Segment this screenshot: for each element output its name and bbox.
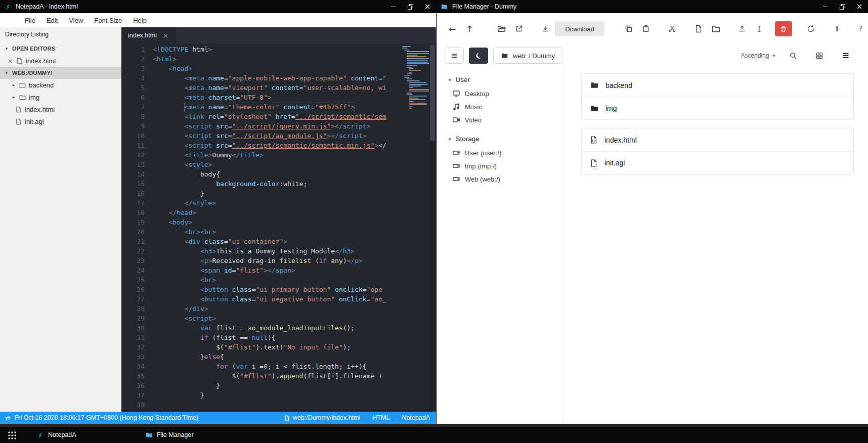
code-line[interactable]: 26 <button class="ui primary button" onc… bbox=[121, 285, 436, 294]
up-button[interactable]: ↑ bbox=[462, 21, 477, 37]
code-line[interactable]: 36 } bbox=[121, 381, 436, 390]
info-button[interactable]: i bbox=[829, 21, 844, 37]
code-line[interactable]: 31 if (flist == null){ bbox=[121, 333, 436, 342]
code-line[interactable]: 19 <body> bbox=[121, 217, 436, 227]
code-line[interactable]: 37 } bbox=[121, 390, 436, 400]
code-line[interactable]: 15 background-color:white; bbox=[121, 179, 436, 189]
tree-item-init-agi[interactable]: init.agi bbox=[0, 115, 121, 127]
cut-button[interactable] bbox=[665, 21, 680, 37]
dark-mode-button[interactable] bbox=[469, 48, 488, 64]
code-line[interactable]: 11 <script src="../script/semantic/seman… bbox=[121, 141, 436, 150]
sidebar-item-tmp-drive[interactable]: tmp (tmp:/) bbox=[437, 159, 562, 172]
open-folder-button[interactable] bbox=[494, 21, 509, 37]
minimize-button[interactable] bbox=[384, 0, 402, 13]
new-folder-button[interactable] bbox=[708, 21, 723, 37]
code-line[interactable]: 33 }else{ bbox=[121, 352, 436, 362]
code-line[interactable]: 20 <br><br> bbox=[121, 227, 436, 237]
close-button[interactable]: × bbox=[851, 0, 868, 13]
file-row-init-agi[interactable]: init.agi bbox=[582, 151, 853, 174]
code-line[interactable]: 24 <span id="flist"></span> bbox=[121, 265, 436, 275]
download-button[interactable]: Download bbox=[555, 21, 604, 36]
menu-font-size[interactable]: Font Size bbox=[89, 13, 127, 27]
menu-edit[interactable]: Edit bbox=[41, 13, 63, 27]
scrollbar-thumb[interactable] bbox=[430, 45, 435, 141]
tab-index-html[interactable]: index.html × bbox=[121, 27, 176, 43]
file-manager-titlebar[interactable]: File Manager - Dummy × bbox=[437, 0, 868, 13]
sidebar-group-storage[interactable]: ▾ Storage bbox=[437, 131, 562, 146]
list-view-button[interactable] bbox=[838, 48, 854, 64]
code-line[interactable]: 4 <meta name="apple-mobile-web-app-capab… bbox=[121, 73, 436, 83]
code-line[interactable]: 28 </div> bbox=[121, 304, 436, 314]
sidebar-group-user[interactable]: ▾ User bbox=[437, 72, 562, 87]
menu-toggle-button[interactable] bbox=[445, 48, 464, 64]
close-button[interactable]: × bbox=[419, 0, 436, 13]
open-editors-section[interactable]: ▾ OPEN EDITORS bbox=[0, 42, 121, 55]
copy-button[interactable] bbox=[621, 21, 636, 37]
statusbar-file-path[interactable]: web:/Dummy/index.html bbox=[284, 414, 360, 421]
back-button[interactable]: ← bbox=[445, 21, 460, 37]
code-line[interactable]: 23 <p>Received drag-in filelist (if any)… bbox=[121, 256, 436, 265]
code-line[interactable]: 17 </style> bbox=[121, 198, 436, 208]
code-line[interactable]: 13 <style> bbox=[121, 160, 436, 169]
code-line[interactable]: 18 </head> bbox=[121, 208, 436, 217]
refresh-button[interactable] bbox=[803, 21, 818, 37]
grid-view-button[interactable] bbox=[811, 48, 828, 64]
taskbar-item-notepada[interactable]: NotepadA bbox=[30, 427, 82, 443]
close-editor-icon[interactable]: × bbox=[7, 57, 13, 65]
download-icon-button[interactable] bbox=[538, 21, 553, 37]
code-line[interactable]: 1<!DOCTYPE html> bbox=[121, 45, 436, 54]
file-row-index-html[interactable]: index.html bbox=[582, 128, 853, 151]
minimize-button[interactable] bbox=[816, 0, 834, 13]
rename-button[interactable] bbox=[752, 21, 767, 37]
tree-item-img[interactable]: ▸ img bbox=[0, 91, 121, 103]
app-launcher-button[interactable] bbox=[0, 427, 23, 443]
editor-scrollbar[interactable] bbox=[429, 43, 436, 412]
code-line[interactable]: 10 <script src="../script/ao_module.js">… bbox=[121, 131, 436, 141]
code-line[interactable]: 21 <div class="ui container"> bbox=[121, 237, 436, 246]
code-line[interactable]: 8 <link rel="stylesheet" href="../script… bbox=[121, 112, 436, 121]
menu-help[interactable]: Help bbox=[127, 13, 152, 27]
code-editor[interactable]: 1<!DOCTYPE html>2<html>3 <head>4 <meta n… bbox=[121, 43, 436, 412]
sort-dropdown[interactable]: Ascending ▾ bbox=[741, 52, 775, 59]
code-line[interactable]: 7 <meta name="theme-color" content="#4b7… bbox=[121, 102, 436, 112]
code-line[interactable]: 25 <br> bbox=[121, 275, 436, 285]
open-external-button[interactable] bbox=[511, 21, 527, 37]
code-line[interactable]: 6 <meta charset="UTF-8"> bbox=[121, 93, 436, 102]
code-line[interactable]: 34 for (var i =0; i < flist.length; i++)… bbox=[121, 362, 436, 371]
code-line[interactable]: 12 <title>Dummy</title> bbox=[121, 150, 436, 160]
new-file-button[interactable] bbox=[691, 21, 706, 37]
close-tab-icon[interactable]: × bbox=[163, 32, 168, 39]
sidebar-item-video[interactable]: Video bbox=[437, 113, 562, 126]
code-line[interactable]: 22 <h3>This is a Dummy Testing Module</h… bbox=[121, 246, 436, 256]
file-row-backend[interactable]: backend bbox=[582, 74, 853, 97]
workspace-root[interactable]: ▾ WEB:/DUMMY/ bbox=[0, 67, 121, 79]
menu-file[interactable]: File bbox=[19, 13, 41, 27]
menu-view[interactable]: View bbox=[63, 13, 89, 27]
code-line[interactable]: 38 bbox=[121, 400, 436, 410]
maximize-button[interactable] bbox=[834, 0, 851, 13]
search-button[interactable] bbox=[785, 48, 801, 64]
tree-item-index-html[interactable]: index.html bbox=[0, 103, 121, 115]
help-button[interactable]: ? bbox=[853, 21, 868, 37]
statusbar-language[interactable]: HTML bbox=[372, 414, 389, 421]
delete-button[interactable] bbox=[775, 21, 792, 36]
code-line[interactable]: 27 <button class="ui negative button" on… bbox=[121, 294, 436, 304]
code-line[interactable]: 2<html> bbox=[121, 54, 436, 64]
code-line[interactable]: 9 <script src="../script/jquery.min.js">… bbox=[121, 121, 436, 131]
minimap[interactable] bbox=[401, 45, 429, 412]
code-line[interactable]: 14 body{ bbox=[121, 169, 436, 179]
sidebar-item-web-drive[interactable]: Web (web:/) bbox=[437, 172, 562, 186]
open-editor-item[interactable]: × index.html bbox=[0, 55, 121, 67]
code-line[interactable]: 5 <meta name="viewport" content="user-sc… bbox=[121, 83, 436, 93]
code-line[interactable]: 16 } bbox=[121, 189, 436, 198]
sidebar-item-music[interactable]: Music bbox=[437, 100, 562, 113]
breadcrumb[interactable]: web: / Dummy bbox=[493, 48, 562, 64]
tree-item-backend[interactable]: ▸ backend bbox=[0, 79, 121, 91]
file-row-img[interactable]: img bbox=[582, 97, 853, 119]
code-line[interactable]: 30 var flist = ao_module_loadInputFiles(… bbox=[121, 323, 436, 333]
taskbar-item-file-manager[interactable]: File Manager bbox=[139, 427, 200, 443]
code-line[interactable]: 35 $("#flist").append(flist[i].filename … bbox=[121, 371, 436, 381]
sidebar-item-desktop[interactable]: Desktop bbox=[437, 87, 562, 100]
upload-button[interactable] bbox=[734, 21, 750, 37]
code-line[interactable]: 29 <script> bbox=[121, 314, 436, 323]
